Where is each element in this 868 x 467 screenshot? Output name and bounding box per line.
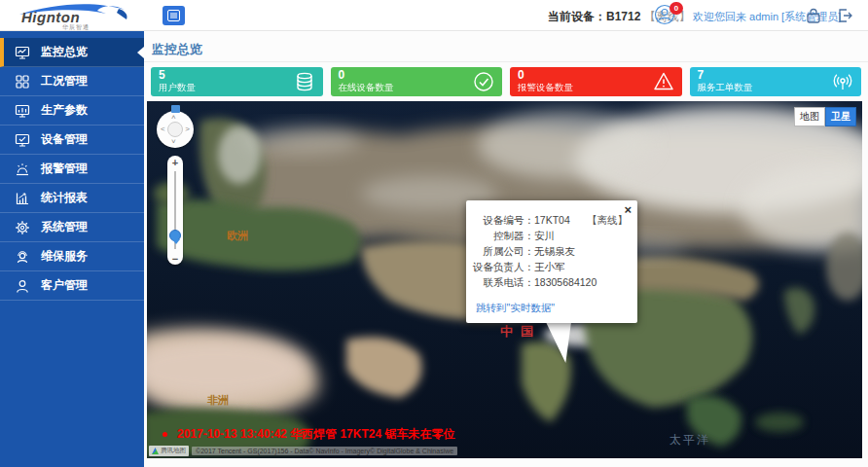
sidebar-item-system-management[interactable]: 系统管理 (0, 213, 144, 242)
popup-label: 所属公司： (472, 243, 534, 259)
device-monitor-icon (15, 132, 30, 148)
map-zoom-control[interactable]: + − (167, 156, 183, 265)
sidebar-item-label: 监控总览 (41, 44, 88, 60)
pan-right-icon[interactable]: ˃ (185, 125, 190, 133)
gear-icon (15, 220, 30, 235)
sidebar-item-statistics-report[interactable]: 统计报表 (0, 184, 144, 213)
page-title: 监控总览 (152, 41, 202, 58)
sidebar-item-label: 生产参数 (41, 102, 88, 119)
stat-cards: 5 用户数量 0 在线设备数量 0 报警设备数量 (151, 67, 861, 96)
logo-subtext: 华辰智通 (62, 23, 90, 32)
monitor-overview-icon (15, 45, 30, 60)
main-content: 监控总览 5 用户数量 0 在线设备数量 0 (144, 31, 868, 467)
realtime-data-link[interactable]: 跳转到"实时数据" (476, 302, 555, 315)
notification-badge: 0 (669, 2, 683, 15)
popup-label: 设备编号： (472, 212, 534, 228)
popup-label: 设备负责人： (472, 259, 534, 274)
map-type-map-button[interactable]: 地图 (794, 107, 825, 126)
sidebar-item-alarm-management[interactable]: 报警管理 (0, 155, 144, 184)
stat-card-users[interactable]: 5 用户数量 (151, 67, 323, 96)
stat-value: 7 (698, 69, 854, 82)
alarm-icon (15, 162, 30, 177)
sidebar-item-customer-management[interactable]: 客户管理 (0, 271, 144, 301)
popup-label: 联系电话： (472, 274, 534, 290)
map-container[interactable]: ˄ ˂ ˃ ˅ + − 地图 卫星 欧洲 非洲 中国 (147, 101, 862, 458)
broadcast-icon (831, 70, 854, 93)
customer-icon (15, 278, 30, 294)
bar-chart-icon (15, 191, 30, 206)
device-info-popup: × 设备编号： 17KT04 【离线】 控制器： 安川 所属公司： 无锡泉友 设… (466, 200, 637, 323)
sidebar-item-label: 客户管理 (41, 277, 88, 294)
tencent-map-logo: 腾讯地图 (149, 446, 189, 456)
stat-label: 用户数量 (159, 82, 315, 92)
pan-left-icon[interactable]: ˂ (161, 125, 165, 133)
check-circle-icon (472, 70, 495, 93)
sidebar-item-label: 工况管理 (41, 73, 88, 90)
title-divider (144, 61, 868, 62)
map-attribution: 腾讯地图 ©2017 Tencent - GS(2017)156 - Data©… (149, 446, 457, 456)
logo: Hignton 华辰智通 (12, 2, 138, 29)
stat-label: 报警设备数量 (518, 82, 674, 92)
alert-dot-icon (163, 432, 167, 437)
popup-label: 控制器： (472, 228, 534, 243)
database-icon (293, 70, 316, 93)
tencent-logo-icon (152, 448, 159, 454)
support-icon (15, 249, 30, 265)
popup-value: 王小军 (534, 259, 565, 274)
sidebar-item-label: 维保服务 (41, 248, 88, 265)
logout-icon (835, 6, 854, 25)
stat-card-alarm-devices[interactable]: 0 报警设备数量 (510, 67, 682, 96)
map-type-satellite-button[interactable]: 卫星 (825, 107, 856, 126)
zoom-out-button[interactable]: − (167, 253, 183, 265)
menu-icon (167, 10, 180, 21)
popup-value: 18305684120 (534, 274, 597, 290)
close-icon[interactable]: × (624, 202, 632, 217)
map-type-switch: 地图 卫星 (794, 107, 856, 126)
pan-down-icon[interactable]: ˅ (171, 137, 176, 146)
sidebar-item-working-condition[interactable]: 工况管理 (0, 67, 144, 96)
zoom-in-button[interactable]: + (167, 157, 183, 168)
popup-row-owner: 设备负责人： 王小军 (472, 259, 628, 274)
overview-map-toggle-icon[interactable] (171, 105, 180, 113)
stat-card-service-orders[interactable]: 7 服务工单数量 (690, 67, 862, 96)
stat-value: 0 (518, 69, 674, 82)
menu-toggle-button[interactable] (163, 6, 185, 25)
popup-value: 17KT04 (534, 212, 570, 228)
warning-triangle-icon (652, 70, 675, 93)
zoom-slider-handle[interactable] (169, 230, 181, 241)
current-device-label: 当前设备：B1712 (548, 10, 640, 23)
stat-value: 0 (339, 69, 495, 82)
sidebar-item-label: 统计报表 (41, 190, 88, 206)
dashboard: Hignton 华辰智通 当前设备：B1712 【离线】 0 欢迎您回来 adm… (0, 0, 868, 467)
sidebar-item-production-params[interactable]: 生产参数 (0, 96, 144, 126)
geo-label-africa: 非洲 (207, 393, 229, 408)
sidebar-item-label: 系统管理 (41, 219, 88, 235)
popup-status: 【离线】 (587, 212, 628, 228)
pan-center-icon[interactable] (167, 122, 183, 137)
header: Hignton 华辰智通 当前设备：B1712 【离线】 0 欢迎您回来 adm… (0, 0, 868, 31)
popup-row-device-id: 设备编号： 17KT04 【离线】 (472, 212, 628, 228)
sidebar: 监控总览 工况管理 生产参数 设备管理 (0, 31, 144, 467)
sidebar-item-device-management[interactable]: 设备管理 (0, 126, 144, 155)
geo-label-china: 中国 (500, 323, 541, 341)
production-monitor-icon (15, 103, 30, 119)
sidebar-item-label: 设备管理 (41, 131, 88, 148)
sidebar-item-label: 报警管理 (41, 161, 88, 177)
lock-button[interactable] (804, 6, 823, 25)
stat-value: 5 (159, 69, 315, 82)
popup-value: 无锡泉友 (534, 243, 575, 259)
popup-row-phone: 联系电话： 18305684120 (472, 274, 628, 290)
map-pan-control[interactable]: ˄ ˂ ˃ ˅ (157, 111, 194, 148)
alarm-ticker: 2017-10-13 13:40:42 华西焊管 17KT24 锯车未在零位 (163, 426, 454, 443)
user-notification[interactable]: 0 (654, 4, 683, 27)
attribution-text: ©2017 Tencent - GS(2017)156 - Data© NavI… (192, 447, 457, 455)
popup-row-company: 所属公司： 无锡泉友 (472, 243, 628, 259)
sidebar-item-monitor-overview[interactable]: 监控总览 (0, 38, 144, 67)
tencent-logo-text: 腾讯地图 (161, 447, 186, 455)
stat-card-online-devices[interactable]: 0 在线设备数量 (331, 67, 503, 96)
lock-icon (804, 6, 823, 25)
sidebar-item-maintenance-service[interactable]: 维保服务 (0, 242, 144, 271)
logout-button[interactable] (835, 6, 854, 25)
popup-row-controller: 控制器： 安川 (472, 228, 628, 243)
pan-up-icon[interactable]: ˄ (171, 113, 176, 122)
